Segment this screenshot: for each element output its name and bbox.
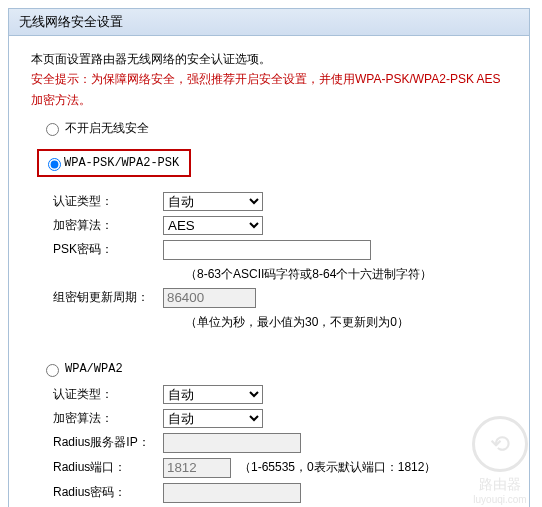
panel-content: 本页面设置路由器无线网络的安全认证选项。 安全提示：为保障网络安全，强烈推荐开启… — [9, 36, 529, 507]
psk-section: 认证类型： 自动 加密算法： AES PSK密码： （8-63个ASCII码字符… — [53, 192, 511, 331]
wpa-section: 认证类型： 自动 加密算法： 自动 Radius服务器IP： Radius端口：… — [53, 385, 511, 507]
radio-wpa[interactable] — [46, 364, 59, 377]
radius-port-label: Radius端口： — [53, 459, 163, 476]
psk-rekey-input[interactable] — [163, 288, 256, 308]
panel-title: 无线网络安全设置 — [9, 9, 529, 36]
psk-password-label: PSK密码： — [53, 241, 163, 258]
option-wpa-psk-highlight: WPA-PSK/WPA2-PSK — [37, 149, 191, 177]
psk-password-note: （8-63个ASCII码字符或8-64个十六进制字符） — [185, 265, 511, 283]
psk-rekey-note: （单位为秒，最小值为30，不更新则为0） — [185, 313, 511, 331]
intro-block: 本页面设置路由器无线网络的安全认证选项。 安全提示：为保障网络安全，强烈推荐开启… — [31, 50, 511, 110]
radius-pw-input[interactable] — [163, 483, 301, 503]
psk-auth-label: 认证类型： — [53, 193, 163, 210]
psk-password-input[interactable] — [163, 240, 371, 260]
wpa-enc-select[interactable]: 自动 — [163, 409, 263, 428]
wpa-auth-label: 认证类型： — [53, 386, 163, 403]
radio-wpa-psk-label: WPA-PSK/WPA2-PSK — [64, 156, 179, 170]
radius-ip-input[interactable] — [163, 433, 301, 453]
wpa-enc-label: 加密算法： — [53, 410, 163, 427]
psk-enc-select[interactable]: AES — [163, 216, 263, 235]
settings-panel: 无线网络安全设置 本页面设置路由器无线网络的安全认证选项。 安全提示：为保障网络… — [8, 8, 530, 507]
psk-auth-select[interactable]: 自动 — [163, 192, 263, 211]
psk-rekey-label: 组密钥更新周期： — [53, 289, 163, 306]
radio-wpa-label: WPA/WPA2 — [65, 362, 123, 376]
option-no-security[interactable]: 不开启无线安全 — [41, 120, 511, 137]
radio-no-security[interactable] — [46, 123, 59, 136]
intro-text: 本页面设置路由器无线网络的安全认证选项。 — [31, 50, 511, 69]
radius-pw-label: Radius密码： — [53, 484, 163, 501]
wpa-auth-select[interactable]: 自动 — [163, 385, 263, 404]
psk-enc-label: 加密算法： — [53, 217, 163, 234]
radio-no-security-label: 不开启无线安全 — [65, 120, 149, 137]
radio-wpa-psk[interactable] — [48, 158, 61, 171]
security-tip: 安全提示：为保障网络安全，强烈推荐开启安全设置，并使用WPA-PSK/WPA2-… — [31, 69, 511, 110]
radius-port-note: （1-65535，0表示默认端口：1812） — [239, 459, 436, 476]
radius-port-input[interactable] — [163, 458, 231, 478]
radius-ip-label: Radius服务器IP： — [53, 434, 163, 451]
option-wpa[interactable]: WPA/WPA2 — [41, 361, 511, 377]
